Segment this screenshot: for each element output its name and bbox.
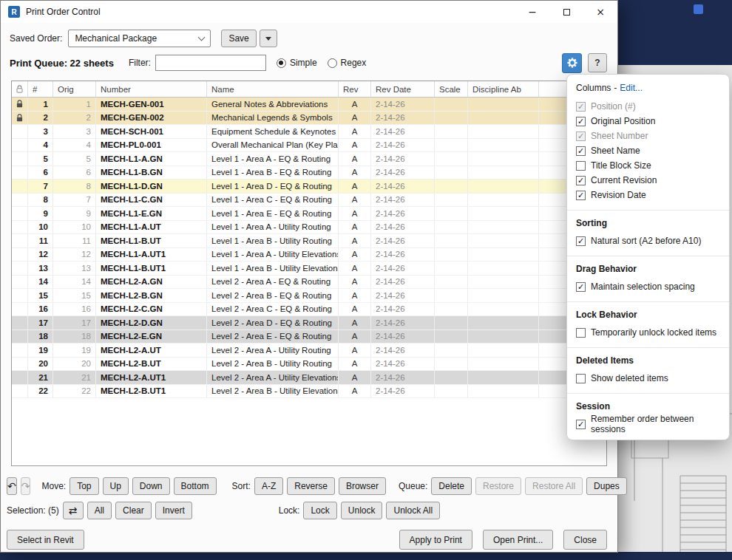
cell-orig: 17 (53, 316, 96, 329)
popup-option-show-deleted-items[interactable]: Show deleted items (576, 371, 720, 386)
table-row[interactable]: 2020MECH-L2-B.UTLevel 2 - Area B - Utili… (12, 358, 606, 372)
cell-scale (435, 262, 468, 275)
sort-a-z-button[interactable]: A-Z (254, 477, 283, 495)
column-name[interactable]: Name (207, 81, 339, 97)
table-row[interactable]: 1515MECH-L2-B.GNLevel 2 - Area B - EQ & … (12, 289, 606, 303)
sort-reverse-button[interactable]: Reverse (287, 477, 335, 495)
selection-all-button[interactable]: All (87, 502, 112, 519)
table-row[interactable]: 78MECH-L1-D.GNLevel 1 - Area D - EQ & Ro… (12, 180, 606, 194)
column-lock[interactable] (12, 81, 28, 97)
cell-disc (468, 344, 539, 357)
open-print-button[interactable]: Open Print... (483, 530, 553, 550)
undo-button[interactable]: ↶ (7, 477, 17, 495)
move-bottom-button[interactable]: Bottom (174, 477, 217, 495)
lock-unlock-all-button[interactable]: Unlock All (386, 502, 440, 519)
table-header[interactable]: # Orig Number Name Rev Rev Date Scale Di… (12, 81, 606, 98)
close-dialog-button[interactable]: Close (563, 530, 607, 550)
maximize-button[interactable] (549, 1, 583, 23)
lock-lock-button[interactable]: Lock (303, 502, 336, 519)
popup-option-revision-date[interactable]: ✓Revision Date (576, 188, 720, 202)
queue-dupes-button[interactable]: Dupes (586, 477, 627, 495)
radio-simple[interactable]: Simple (277, 58, 317, 68)
popup-option-original-position[interactable]: ✓Original Position (576, 114, 720, 129)
row-lock-cell (12, 180, 28, 193)
close-button[interactable]: × (583, 1, 617, 23)
column-position[interactable]: # (28, 81, 53, 97)
selection-invert-button[interactable]: Invert (155, 502, 192, 519)
table-row[interactable]: 2121MECH-L2-A.UT1Level 2 - Area A - Util… (12, 371, 606, 385)
checkbox-unchecked-icon (576, 374, 586, 383)
table-row[interactable]: 22MECH-GEN-002Mechanical Legends & Symbo… (12, 112, 606, 126)
cell-pos: 22 (28, 385, 53, 398)
selection-clear-button[interactable]: Clear (115, 502, 152, 519)
move-top-button[interactable]: Top (70, 477, 98, 495)
column-orig[interactable]: Orig (53, 81, 96, 97)
table-row[interactable]: 1414MECH-L2-A.GNLevel 2 - Area A - EQ & … (12, 276, 606, 290)
popup-option-position[interactable]: ✓Position (#) (576, 99, 720, 114)
popup-option-maintain-selection-spacing[interactable]: ✓Maintain selection spacing (576, 279, 720, 294)
table-row[interactable]: 1919MECH-L2-A.UTLevel 2 - Area A - Utili… (12, 344, 606, 358)
cell-rev: A (339, 234, 371, 247)
table-row[interactable]: 1010MECH-L1-A.UTLevel 1 - Area A - Utili… (12, 221, 606, 235)
popup-header: Columns - Edit... (576, 83, 720, 93)
row-lock-cell (12, 344, 28, 357)
table-row[interactable]: 2222MECH-L2-B.UT1Level 2 - Area B - Util… (12, 385, 606, 399)
help-button[interactable]: ? (588, 53, 607, 72)
popup-option-sheet-name[interactable]: ✓Sheet Name (576, 143, 720, 158)
cell-name: Level 1 - Area D - EQ & Routing (207, 180, 339, 193)
select-in-revit-button[interactable]: Select in Revit (7, 530, 84, 550)
settings-gear-button[interactable] (562, 53, 582, 73)
move-up-button[interactable]: Up (103, 477, 129, 495)
cell-orig: 13 (53, 262, 96, 275)
table-row[interactable]: 87MECH-L1-C.GNLevel 1 - Area C - EQ & Ro… (12, 194, 606, 208)
table-row[interactable]: 1313MECH-L1-B.UT1Level 1 - Area B - Util… (12, 262, 606, 276)
sort-browser-button[interactable]: Browser (339, 477, 386, 495)
popup-option-title-block-size[interactable]: Title Block Size (576, 158, 720, 173)
popup-option-sheet-number[interactable]: ✓Sheet Number (576, 129, 720, 143)
table-row[interactable]: 11MECH-GEN-001General Notes & Abbreviati… (12, 98, 606, 112)
cell-name: Equipment Schedule & Keynotes (207, 125, 339, 138)
table-row[interactable]: 1717MECH-L2-D.GNLevel 2 - Area D - EQ & … (12, 316, 606, 330)
table-row[interactable]: 55MECH-L1-A.GNLevel 1 - Area A - EQ & Ro… (12, 152, 606, 166)
selection-swap-button[interactable]: ⇄ (63, 502, 84, 519)
cell-rev: A (339, 125, 371, 138)
table-row[interactable]: 1818MECH-L2-E.GNLevel 2 - Area E - EQ & … (12, 330, 606, 344)
popup-section-title: Lock Behavior (576, 310, 720, 320)
column-rev[interactable]: Rev (339, 81, 371, 97)
cell-rev: A (339, 344, 371, 357)
cell-num: MECH-L1-E.GN (96, 207, 207, 220)
edit-columns-link[interactable]: Edit... (620, 83, 643, 93)
cell-disc (468, 276, 539, 289)
filter-input[interactable] (155, 55, 266, 71)
lock-unlock-button[interactable]: Unlock (341, 502, 383, 519)
column-rev-date[interactable]: Rev Date (371, 81, 435, 97)
table-row[interactable]: 66MECH-L1-B.GNLevel 1 - Area B - EQ & Ro… (12, 166, 606, 180)
radio-regex[interactable]: Regex (328, 58, 367, 68)
row-lock-cell (12, 303, 28, 316)
table-row[interactable]: 1616MECH-L2-C.GNLevel 2 - Area C - EQ & … (12, 303, 606, 317)
checkbox-checked-icon: ✓ (576, 191, 586, 200)
popup-option-temporarily-unlock-locked-items[interactable]: Temporarily unlock locked items (576, 325, 720, 340)
title-bar[interactable]: R Print Order Control − × (1, 1, 617, 23)
cell-pos: 15 (28, 289, 53, 302)
table-row[interactable]: 44MECH-PL0-001Overall Mechanical Plan (K… (12, 139, 606, 153)
save-dropdown-button[interactable] (260, 30, 277, 47)
column-number[interactable]: Number (96, 81, 207, 97)
saved-order-select[interactable]: Mechanical Package (68, 30, 211, 47)
popup-option-natural-sort-a2-before-a10[interactable]: ✓Natural sort (A2 before A10) (576, 233, 720, 248)
save-button[interactable]: Save (221, 30, 256, 47)
table-row[interactable]: 33MECH-SCH-001Equipment Schedule & Keyno… (12, 125, 606, 139)
column-discipline[interactable]: Discipline Ab (468, 81, 539, 97)
table-row[interactable]: 1212MECH-L1-A.UT1Level 1 - Area A - Util… (12, 248, 606, 262)
popup-section-title: Sorting (576, 218, 720, 228)
minimize-button[interactable]: − (515, 1, 549, 23)
table-row[interactable]: 1111MECH-L1-B.UTLevel 1 - Area B - Utili… (12, 234, 606, 248)
table-row[interactable]: 99MECH-L1-E.GNLevel 1 - Area E - EQ & Ro… (12, 207, 606, 221)
popup-option-current-revision[interactable]: ✓Current Revision (576, 173, 720, 188)
move-down-button[interactable]: Down (132, 477, 170, 495)
column-scale[interactable]: Scale (435, 81, 468, 97)
apply-to-print-button[interactable]: Apply to Print (399, 530, 472, 550)
queue-delete-button[interactable]: Delete (431, 477, 472, 495)
popup-option-remember-order-between-sessions[interactable]: ✓Remember order between sessions (576, 417, 720, 431)
cell-rev: A (339, 221, 371, 234)
